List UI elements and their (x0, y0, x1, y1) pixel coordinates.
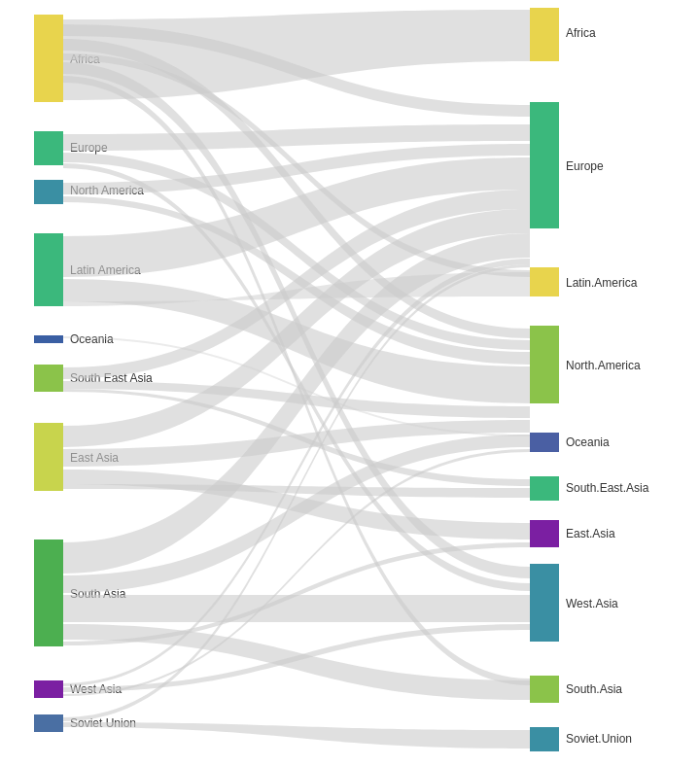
node-oceania-right (530, 433, 559, 452)
label-northamerica-right: North.America (566, 359, 641, 372)
label-westasia-right: West.Asia (566, 597, 618, 610)
node-westasia-right (530, 564, 559, 642)
label-latinamerica-right: Latin.America (566, 276, 638, 290)
label-southeastasia-right: South.East.Asia (566, 481, 649, 495)
node-europe-left (34, 131, 63, 165)
node-eastasia-left (34, 423, 63, 491)
label-africa-right: Africa (566, 26, 596, 40)
label-sovietunion-right: Soviet.Union (566, 732, 632, 746)
label-eastasia-right: East.Asia (566, 527, 615, 540)
node-sovietunion-right (530, 727, 559, 751)
node-latinamerica-left (34, 233, 63, 306)
node-europe-right (530, 102, 559, 228)
node-eastasia-right (530, 520, 559, 547)
label-southasia-right: South.Asia (566, 682, 622, 696)
sankey-svg: .flow { fill: #ccc; opacity: 0.6; } .flo… (0, 0, 700, 766)
node-southasia-right (530, 676, 559, 703)
node-africa-left (34, 15, 63, 102)
flow-southasia-westasia (63, 595, 530, 622)
node-sovietunion-left (34, 714, 63, 732)
node-southeastasia-right (530, 476, 559, 501)
node-westasia-left (34, 680, 63, 698)
flow-sovietunion-sovietunion (63, 722, 530, 749)
sankey-chart: .flow { fill: #ccc; opacity: 0.6; } .flo… (0, 0, 700, 766)
node-oceania-left (34, 335, 63, 343)
node-latinamerica-right (530, 267, 559, 296)
node-southeastasia-left (34, 365, 63, 392)
node-northamerica-right (530, 326, 559, 403)
label-europe-right: Europe (566, 159, 604, 173)
node-southasia-left (34, 540, 63, 646)
label-oceania-right: Oceania (566, 435, 610, 449)
node-africa-right (530, 8, 559, 61)
node-northamerica-left (34, 180, 63, 204)
